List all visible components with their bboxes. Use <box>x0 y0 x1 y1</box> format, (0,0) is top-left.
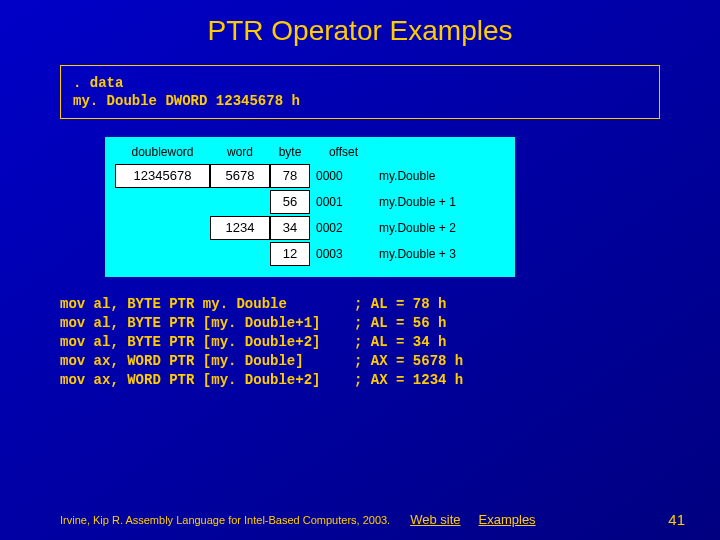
cell-offset: 0001 <box>316 195 371 209</box>
cell-label: my.Double + 1 <box>379 195 456 209</box>
cell-word: 1234 <box>210 216 270 240</box>
cell-label: my.Double + 2 <box>379 221 456 235</box>
header-word: word <box>210 145 270 159</box>
cell-offset: 0002 <box>316 221 371 235</box>
citation-text: Irvine, Kip R. Assembly Language for Int… <box>60 514 390 526</box>
cell-word: 5678 <box>210 164 270 188</box>
cell-label: my.Double <box>379 169 435 183</box>
cell-byte: 56 <box>270 190 310 214</box>
memory-row: 12345678 5678 78 0000 my.Double <box>115 163 505 189</box>
data-line-2: my. Double DWORD 12345678 h <box>73 92 647 110</box>
header-offset: offset <box>316 145 371 159</box>
memory-row: 1234 34 0002 my.Double + 2 <box>115 215 505 241</box>
page-number: 41 <box>668 511 685 528</box>
code-line: mov ax, WORD PTR [my. Double+2] ; AX = 1… <box>60 372 463 388</box>
website-link[interactable]: Web site <box>410 512 460 527</box>
cell-offset: 0000 <box>316 169 371 183</box>
memory-headers: doubleword word byte offset <box>115 145 505 159</box>
cell-label: my.Double + 3 <box>379 247 456 261</box>
data-line-1: . data <box>73 74 647 92</box>
cell-byte: 78 <box>270 164 310 188</box>
memory-row: 12 0003 my.Double + 3 <box>115 241 505 267</box>
header-byte: byte <box>270 145 310 159</box>
code-line: mov al, BYTE PTR my. Double ; AL = 78 h <box>60 296 446 312</box>
assembly-code-block: mov al, BYTE PTR my. Double ; AL = 78 h … <box>60 295 660 389</box>
code-line: mov ax, WORD PTR [my. Double] ; AX = 567… <box>60 353 463 369</box>
code-line: mov al, BYTE PTR [my. Double+2] ; AL = 3… <box>60 334 446 350</box>
examples-link[interactable]: Examples <box>479 512 536 527</box>
header-doubleword: doubleword <box>115 145 210 159</box>
data-declaration-block: . data my. Double DWORD 12345678 h <box>60 65 660 119</box>
cell-offset: 0003 <box>316 247 371 261</box>
slide-title: PTR Operator Examples <box>0 0 720 65</box>
slide-footer: Irvine, Kip R. Assembly Language for Int… <box>0 511 720 528</box>
cell-doubleword: 12345678 <box>115 164 210 188</box>
memory-layout-figure: doubleword word byte offset 12345678 567… <box>105 137 515 277</box>
cell-byte: 34 <box>270 216 310 240</box>
memory-row: 56 0001 my.Double + 1 <box>115 189 505 215</box>
cell-byte: 12 <box>270 242 310 266</box>
code-line: mov al, BYTE PTR [my. Double+1] ; AL = 5… <box>60 315 446 331</box>
